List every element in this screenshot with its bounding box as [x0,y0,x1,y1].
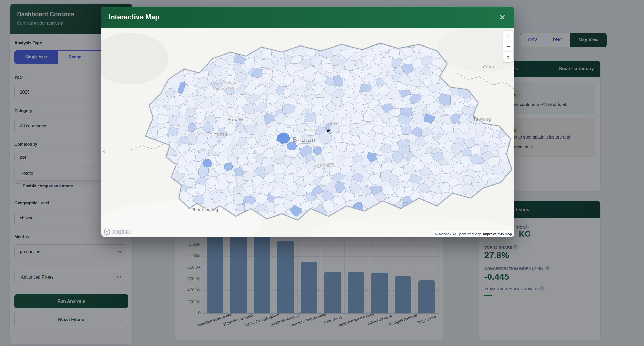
map-label: Punakha [227,117,247,122]
map-label: Phuntsholing [191,207,218,212]
map-label: Trongsa [303,127,318,132]
map-label: Bhutan [293,136,316,143]
interactive-map-modal: Interactive Map ✕ Jigme DorjiNational Pa… [101,7,514,237]
mapbox-logo-text: mapbox [112,229,131,235]
modal-title: Interactive Map [109,13,160,21]
map-label: National Park [212,86,239,91]
close-icon[interactable]: ✕ [498,13,507,21]
zoom-out-icon[interactable]: − [503,41,513,52]
map-label: Tawang [473,117,491,122]
map-label: Jigme Dorji [214,80,236,85]
compass-icon[interactable]: ▲▼ [503,52,513,62]
map-label: Jakar [328,121,339,126]
bhutan-choropleth-map: Jigme DorjiNational ParkPunakhaThimphuBh… [101,28,514,237]
map-zoom-controls: + − ▲▼ [503,31,513,62]
map-label: k [102,149,105,154]
osm-attribution-link[interactable]: © OpenStreetMap [453,232,481,236]
modal-header: Interactive Map ✕ [101,7,514,28]
map-attribution: © Mapbox © OpenStreetMap Improve this ma… [432,231,514,237]
mapbox-logo[interactable]: mapbox [104,228,131,235]
zoom-in-icon[interactable]: + [503,31,513,41]
improve-map-link[interactable]: Improve this map [483,232,512,236]
map-canvas[interactable]: Jigme DorjiNational ParkPunakhaThimphuBh… [101,28,514,237]
map-label: Cona [483,65,494,70]
mapbox-logo-icon [104,228,110,235]
mapbox-attribution-link[interactable]: © Mapbox [435,232,451,236]
map-label: Zhemgang [314,163,335,168]
map-label: Thimphu [206,131,227,137]
